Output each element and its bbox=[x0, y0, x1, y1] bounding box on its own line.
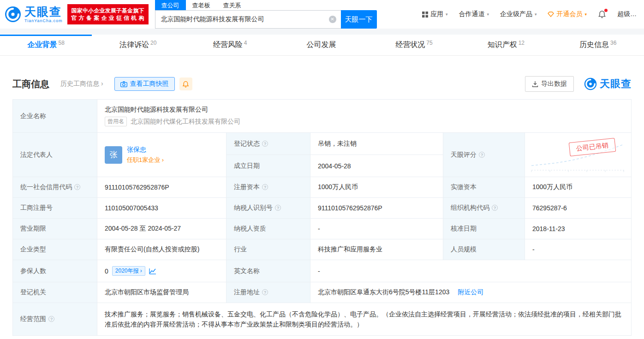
reg-capital-label: 注册资本? bbox=[227, 177, 310, 198]
search-tab-relation[interactable]: 查关系 bbox=[217, 0, 248, 10]
tianyancha-logo-icon bbox=[5, 6, 21, 23]
former-name-value: 北京国能时代煤化工科技发展有限公司 bbox=[131, 118, 240, 126]
english-name-label: 英文名称 bbox=[227, 260, 310, 282]
tab-history-info[interactable]: 历史信息36 bbox=[552, 35, 644, 55]
tab-count: 75 bbox=[426, 40, 432, 46]
establish-date-value: 2004-05-28 bbox=[310, 155, 443, 177]
government-badge: 国家中小企业发展子基金旗下 官方备案企业征信机构 bbox=[67, 4, 149, 24]
tab-count: 20 bbox=[150, 40, 156, 46]
business-term-label: 营业期限 bbox=[13, 219, 97, 239]
business-scope-label: 经营范围? bbox=[13, 303, 97, 336]
help-icon[interactable]: ? bbox=[48, 316, 54, 322]
section-brand-logo: 天眼查 bbox=[584, 77, 632, 91]
table-row: 工商注册号 110105007005433 纳税人识别号? 9111010576… bbox=[13, 198, 632, 219]
badge-line-1: 国家中小企业发展子基金旗下 bbox=[72, 7, 144, 14]
history-business-info-link[interactable]: 历史工商信息 › bbox=[60, 80, 103, 88]
org-code-value: 76295287-6 bbox=[525, 198, 632, 219]
tab-operation-status[interactable]: 经营状况75 bbox=[368, 35, 460, 55]
header-divider-band bbox=[0, 29, 644, 35]
help-icon[interactable]: ? bbox=[479, 152, 485, 158]
staff-size-label: 人员规模 bbox=[443, 239, 525, 260]
industry-value: 科技推广和应用服务业 bbox=[310, 239, 443, 260]
establish-date-label: 成立日期 bbox=[227, 155, 310, 177]
business-info-table: 企业名称 北京国能时代能源科技发展有限公司 曾用名 北京国能时代煤化工科技发展有… bbox=[12, 99, 632, 336]
former-name-tag: 曾用名 bbox=[105, 117, 127, 126]
logo-domain: TianYanCha.com bbox=[24, 19, 63, 23]
nav-apps[interactable]: 应用 ▾ bbox=[422, 10, 448, 18]
search-tab-company[interactable]: 查公司 bbox=[155, 0, 186, 10]
nav-partner[interactable]: 合作通道 ▾ bbox=[459, 10, 489, 18]
help-icon[interactable]: ? bbox=[275, 205, 281, 211]
company-type-value: 有限责任公司(自然人投资或控股) bbox=[97, 239, 227, 260]
nav-enterprise[interactable]: 企业级产品 ▾ bbox=[500, 10, 537, 18]
brand-name: 天眼查 bbox=[600, 77, 632, 91]
clear-search-icon[interactable]: ✕ bbox=[329, 16, 336, 23]
tab-count: 58 bbox=[59, 40, 65, 46]
tab-label: 经营状况 bbox=[395, 40, 425, 50]
search-tab-boss[interactable]: 查老板 bbox=[186, 0, 217, 10]
reg-address-value: 北京市朝阳区阜通东大街6号院5号楼11层1203 bbox=[318, 288, 449, 296]
monitor-bell-button[interactable] bbox=[179, 77, 192, 90]
legal-rep-avatar[interactable]: 张 bbox=[105, 146, 122, 164]
nav-enterprise-label: 企业级产品 bbox=[500, 10, 532, 18]
company-name-label: 企业名称 bbox=[13, 100, 97, 133]
table-row: 企业类型 有限责任公司(自然人投资或控股) 行业 科技推广和应用服务业 人员规模… bbox=[13, 239, 632, 260]
tianyancha-logo[interactable]: 天眼查 TianYanCha.com bbox=[5, 6, 63, 23]
help-icon[interactable]: ? bbox=[262, 289, 268, 295]
reg-address-label: 注册地址? bbox=[227, 282, 310, 303]
business-term-value: 2004-05-28 至 2024-05-27 bbox=[97, 219, 227, 239]
tab-intellectual-property[interactable]: 知识产权12 bbox=[460, 35, 552, 55]
reg-status-label: 登记状态? bbox=[227, 133, 310, 155]
nav-member[interactable]: 开通会员 ▾ bbox=[548, 10, 587, 18]
bell-icon bbox=[182, 81, 189, 88]
business-scope-value: 技术推广服务；展览服务；销售机械设备、五金交电、化工产品（不含危险化学品）、电子… bbox=[97, 303, 632, 336]
section-title: 工商信息 bbox=[12, 78, 49, 90]
nav-super-label: 超级… bbox=[617, 10, 637, 18]
trend-chart-icon[interactable] bbox=[149, 268, 156, 274]
search-input[interactable] bbox=[155, 10, 341, 29]
org-code-label: 组织机构代码? bbox=[443, 198, 525, 219]
help-icon[interactable]: ? bbox=[74, 184, 80, 190]
caret-down-icon: ▾ bbox=[584, 12, 587, 17]
badge-line-2: 官方备案企业征信机构 bbox=[72, 14, 144, 22]
tab-label: 法律诉讼 bbox=[119, 40, 149, 50]
reg-capital-value: 1000万人民币 bbox=[310, 177, 443, 198]
help-icon[interactable]: ? bbox=[262, 141, 268, 147]
caret-down-icon: ▾ bbox=[487, 12, 489, 17]
camera-icon bbox=[120, 81, 127, 87]
credit-code-label: 统一社会信用代码? bbox=[13, 177, 97, 198]
tab-count: 36 bbox=[610, 40, 616, 46]
tab-label: 知识产权 bbox=[488, 40, 517, 50]
notifications-button[interactable] bbox=[598, 10, 606, 18]
export-button-label: 导出数据 bbox=[541, 80, 567, 88]
table-row: 经营范围? 技术推广服务；展览服务；销售机械设备、五金交电、化工产品（不含危险化… bbox=[13, 303, 632, 336]
legal-rep-name-link[interactable]: 张保忠 bbox=[127, 146, 164, 154]
search-button[interactable]: 天眼一下 bbox=[341, 10, 377, 29]
help-icon[interactable]: ? bbox=[262, 184, 268, 190]
help-icon[interactable]: ? bbox=[492, 205, 498, 211]
english-name-value: - bbox=[310, 260, 632, 282]
vip-icon bbox=[548, 12, 554, 17]
company-name-value: 北京国能时代能源科技发展有限公司 bbox=[105, 106, 624, 114]
score-cell: 公司已吊销 bbox=[525, 133, 632, 177]
table-row: 登记机关 北京市朝阳区市场监督管理局 注册地址? 北京市朝阳区阜通东大街6号院5… bbox=[13, 282, 632, 303]
nav-super[interactable]: 超级… bbox=[617, 10, 637, 18]
annual-report-link[interactable]: 2020年报 › bbox=[112, 266, 145, 276]
tab-company-development[interactable]: 公司发展 bbox=[276, 35, 368, 55]
view-snapshot-button[interactable]: 查看工商快照 bbox=[114, 77, 175, 91]
legal-rep-companies-link[interactable]: 任职1家企业 › bbox=[127, 156, 164, 164]
tab-operation-risk[interactable]: 经营风险4 bbox=[184, 35, 276, 55]
nearby-companies-link[interactable]: 附近公司 bbox=[458, 288, 483, 296]
tab-legal-litigation[interactable]: 法律诉讼20 bbox=[92, 35, 184, 55]
chevron-right-icon: › bbox=[101, 80, 103, 87]
insured-count-value: 0 bbox=[105, 268, 108, 275]
company-tabbar: 企业背景58 法律诉讼20 经营风险4 公司发展 经营状况75 知识产权12 历… bbox=[0, 35, 644, 56]
company-type-label: 企业类型 bbox=[13, 239, 97, 260]
legal-rep-label: 法定代表人 bbox=[13, 133, 97, 177]
taxpayer-id-value: 91110105762952876P bbox=[310, 198, 443, 219]
export-data-button[interactable]: 导出数据 bbox=[525, 76, 574, 92]
tab-label: 公司发展 bbox=[306, 40, 336, 50]
tab-company-background[interactable]: 企业背景58 bbox=[0, 35, 92, 55]
notification-dot bbox=[604, 9, 608, 12]
chevron-right-icon: › bbox=[162, 156, 164, 163]
